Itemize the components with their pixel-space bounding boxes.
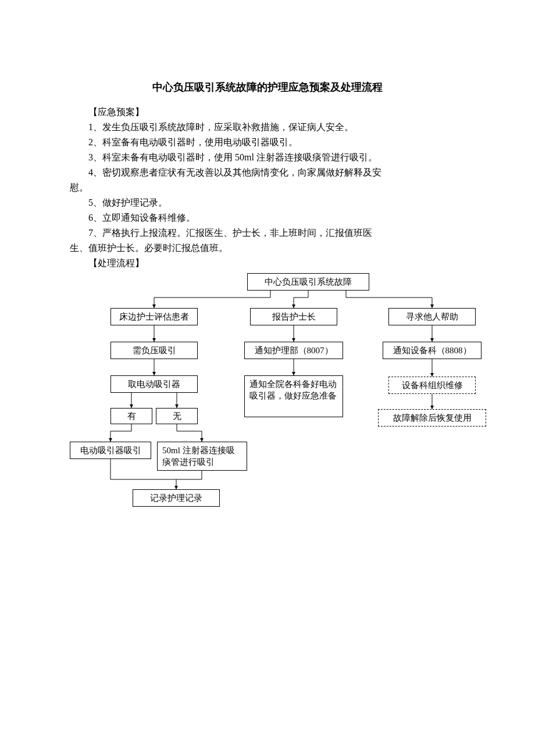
flow-a3-yes: 有 xyxy=(110,408,152,424)
section-flow-label: 【处理流程】 xyxy=(70,256,477,271)
plan-item-7b: 生、值班护士长。必要时汇报总值班。 xyxy=(70,241,477,256)
section-plan-label: 【应急预案】 xyxy=(70,105,477,120)
plan-item-2: 2、科室备有电动吸引器时，使用电动吸引器吸引。 xyxy=(70,135,477,150)
flowchart: 中心负压吸引系统故障 床边护士评估患者 需负压吸引 取电动吸引器 有 无 电动吸… xyxy=(70,273,512,523)
flow-c1: 寻求他人帮助 xyxy=(388,308,476,325)
flow-a2: 需负压吸引 xyxy=(110,342,198,359)
document-page: 中心负压吸引系统故障的护理应急预案及处理流程 【应急预案】 1、发生负压吸引系统… xyxy=(0,0,535,756)
plan-item-4b: 慰。 xyxy=(70,180,477,195)
plan-item-7a: 7、严格执行上报流程。汇报医生、护士长，非上班时间，汇报值班医 xyxy=(70,225,477,241)
plan-item-5: 5、做好护理记录。 xyxy=(70,195,477,210)
flow-a4-right: 50ml 注射器连接吸痰管进行吸引 xyxy=(157,442,247,471)
flow-top: 中心负压吸引系统故障 xyxy=(247,273,369,291)
flow-a4-left: 电动吸引器吸引 xyxy=(70,442,151,459)
flow-a1: 床边护士评估患者 xyxy=(110,308,198,325)
flow-a3: 取电动吸引器 xyxy=(110,375,198,393)
flow-a5: 记录护理记录 xyxy=(133,489,220,507)
plan-item-3: 3、科室未备有电动吸引器时，使用 50ml 注射器连接吸痰管进行吸引。 xyxy=(70,150,477,165)
flow-b1: 报告护士长 xyxy=(250,308,337,325)
flow-a3-no: 无 xyxy=(156,408,198,424)
document-body: 【应急预案】 1、发生负压吸引系统故障时，应采取补救措施，保证病人安全。 2、科… xyxy=(70,105,477,271)
flow-c2: 通知设备科（8808） xyxy=(383,342,482,359)
flow-b3: 通知全院各科备好电动吸引器，做好应急准备 xyxy=(244,375,343,417)
flow-c4: 故障解除后恢复使用 xyxy=(378,409,486,427)
document-title: 中心负压吸引系统故障的护理应急预案及处理流程 xyxy=(0,80,535,94)
flow-b2: 通知护理部（8007） xyxy=(244,342,343,359)
plan-item-1: 1、发生负压吸引系统故障时，应采取补救措施，保证病人安全。 xyxy=(70,120,477,135)
flow-c3: 设备科组织维修 xyxy=(388,377,476,394)
plan-item-4a: 4、密切观察患者症状有无改善以及其他病情变化，向家属做好解释及安 xyxy=(70,165,477,180)
plan-item-6: 6、立即通知设备科维修。 xyxy=(70,210,477,225)
